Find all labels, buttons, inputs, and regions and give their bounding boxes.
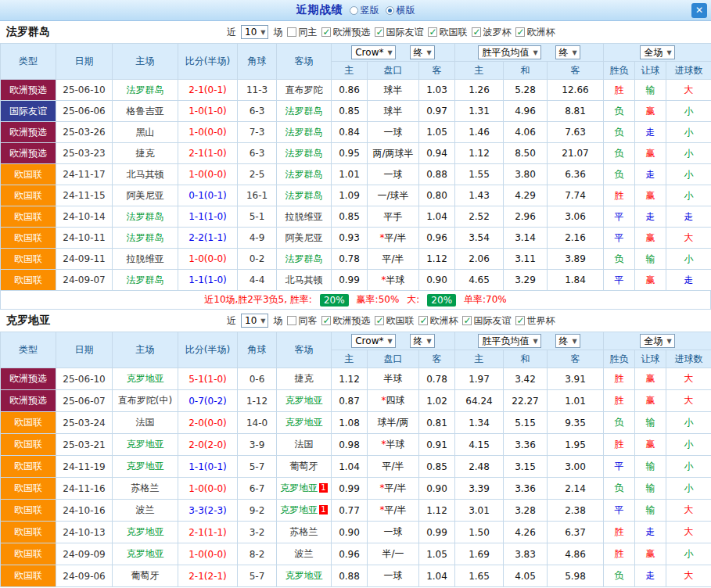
comp-checkbox-euro-cup[interactable]: 欧洲杯 <box>515 26 555 39</box>
close-icon[interactable]: ✕ <box>691 3 707 18</box>
goals-result: 走 <box>666 206 711 228</box>
odds-company-select[interactable]: Crow* ▼ <box>351 334 395 348</box>
goals-result: 大 <box>666 368 711 390</box>
match-date: 25-06-07 <box>56 390 113 412</box>
scope-select[interactable]: 全场 ▼ <box>640 45 674 59</box>
home-team: 克罗地亚 <box>113 543 178 565</box>
euro-away-odds: 3.00 <box>548 456 604 478</box>
euro-odds-time-select[interactable]: 终 ▼ <box>555 334 580 348</box>
record-summary: 近10场,胜2平3负5, 胜率: 20% 赢率:50% 大: 20% 单率:70… <box>0 291 711 310</box>
select-value: 终 <box>559 46 569 59</box>
checkbox-icon <box>321 316 331 325</box>
col-euro-draw: 和 <box>504 350 548 368</box>
near-label: 近 <box>227 314 236 328</box>
same-away-checkbox[interactable]: 同客 <box>287 314 317 328</box>
team-label: 法国 <box>295 439 314 450</box>
favourite-star: * <box>379 482 384 493</box>
goals-result: 大 <box>666 522 711 543</box>
match-date: 25-03-24 <box>56 412 113 434</box>
match-date: 24-09-07 <box>56 270 113 291</box>
filter-bar: 近 10 ▼ 场 同客 欧洲预选 欧国联 <box>227 310 555 332</box>
wdl-result: 平 <box>604 206 635 228</box>
chevron-down-icon: ▼ <box>533 338 537 345</box>
wdl-result: 负 <box>604 478 635 500</box>
same-home-checkbox[interactable]: 同主 <box>287 26 317 39</box>
radio-icon <box>386 6 394 15</box>
comp-checkbox-nations[interactable]: 欧国联 <box>375 314 414 328</box>
col-date: 日期 <box>56 44 113 80</box>
match-score: 1-0(1-0) <box>178 101 238 122</box>
euro-odds-time-select[interactable]: 终 ▼ <box>555 45 580 59</box>
match-row: 欧国联24-11-16苏格兰1-0(0-0)6-7克罗地亚10.99*平/半0.… <box>1 478 711 500</box>
asian-odds-time-select[interactable]: 终 ▼ <box>410 45 435 59</box>
euro-away-odds: 6.36 <box>548 164 604 185</box>
comp-checkbox-baltic-cup[interactable]: 波罗杯 <box>472 26 511 39</box>
asian-handicap: 球半/两 <box>368 412 419 434</box>
odds-company-select[interactable]: Crow* ▼ <box>351 45 395 59</box>
goals-result: 小 <box>666 478 711 500</box>
titlebar: 近期战绩 竖版 横版 ✕ <box>0 0 711 21</box>
comp-checkbox-euro-qual[interactable]: 欧洲预选 <box>321 26 370 39</box>
asian-home-odds: 0.78 <box>332 249 368 270</box>
checkbox-icon <box>418 316 428 325</box>
comp-checkbox-euro-cup[interactable]: 欧洲杯 <box>418 314 458 328</box>
match-count-select[interactable]: 10 ▼ <box>241 314 268 328</box>
goals-result: 大 <box>666 390 711 412</box>
asian-home-odds: 0.93 <box>332 228 368 249</box>
handicap-result: 输 <box>635 478 666 500</box>
comp-checkbox-friendly[interactable]: 国际友谊 <box>462 314 511 328</box>
team-header-bar: 克罗地亚 近 10 ▼ 场 同客 欧洲预选 欧国联 <box>0 310 711 332</box>
checkbox-label: 欧洲杯 <box>526 26 555 39</box>
asian-home-odds: 0.85 <box>332 101 368 122</box>
checkbox-label: 欧洲预选 <box>332 314 370 328</box>
col-goals-result: 进球数 <box>666 350 711 368</box>
comp-checkbox-nations[interactable]: 欧国联 <box>428 26 467 39</box>
corner-stat: 6-7 <box>238 478 277 500</box>
checkbox-icon <box>515 316 525 325</box>
wdl-result: 胜 <box>604 368 635 390</box>
home-team: 克罗地亚 <box>113 434 178 456</box>
layout-radio-horizontal[interactable]: 横版 <box>386 4 415 17</box>
team-label: 法罗群岛 <box>127 211 164 222</box>
team-label: 克罗地亚 <box>280 482 318 493</box>
corner-stat: 0-2 <box>238 249 277 270</box>
euro-odds-type-select[interactable]: 胜平负均值 ▼ <box>478 45 540 59</box>
team-label: 克罗地亚 <box>285 417 323 428</box>
euro-home-odds: 2.48 <box>455 456 504 478</box>
layout-radio-vertical[interactable]: 竖版 <box>350 4 379 17</box>
asian-away-odds: 0.81 <box>419 412 455 434</box>
checkbox-label: 波罗杯 <box>483 26 511 39</box>
match-date: 24-10-11 <box>56 228 113 249</box>
chevron-down-icon: ▼ <box>666 338 671 345</box>
home-team: 法罗群岛 <box>113 206 178 228</box>
away-team: 克罗地亚 <box>277 412 332 434</box>
scope-select[interactable]: 全场 ▼ <box>640 334 674 348</box>
euro-odds-type-select[interactable]: 胜平负均值 ▼ <box>478 334 540 348</box>
team-label: 波兰 <box>295 548 314 559</box>
asian-home-odds: 0.85 <box>332 206 368 228</box>
chevron-down-icon: ▼ <box>260 29 265 36</box>
handicap-result: 赢 <box>635 143 666 164</box>
col-euro-draw: 和 <box>504 62 548 80</box>
select-value: Crow* <box>355 335 383 346</box>
asian-away-odds: 0.96 <box>419 228 455 249</box>
euro-home-odds: 3.54 <box>455 228 504 249</box>
comp-checkbox-friendly[interactable]: 国际友谊 <box>375 26 423 39</box>
wdl-result: 负 <box>604 164 635 185</box>
match-score: 0-1(0-1) <box>178 185 238 206</box>
euro-away-odds: 1.01 <box>548 390 604 412</box>
team-label: 阿美尼亚 <box>285 232 323 243</box>
euro-odds-group: 胜平负均值 ▼ 终 ▼ <box>455 44 604 62</box>
comp-checkbox-world-cup[interactable]: 世界杯 <box>515 314 555 328</box>
corner-stat: 6-3 <box>238 143 277 164</box>
goals-result: 小 <box>666 101 711 122</box>
asian-home-odds: 0.95 <box>332 143 368 164</box>
asian-odds-time-select[interactable]: 终 ▼ <box>410 334 435 348</box>
comp-checkbox-euro-qual[interactable]: 欧洲预选 <box>321 314 370 328</box>
col-euro-home: 主 <box>455 62 504 80</box>
team-label: 葡萄牙 <box>131 570 160 581</box>
euro-draw-odds: 22.27 <box>504 390 548 412</box>
match-count-select[interactable]: 10 ▼ <box>241 25 268 39</box>
competition-tag: 欧国联 <box>1 206 56 228</box>
wdl-result: 胜 <box>604 185 635 206</box>
